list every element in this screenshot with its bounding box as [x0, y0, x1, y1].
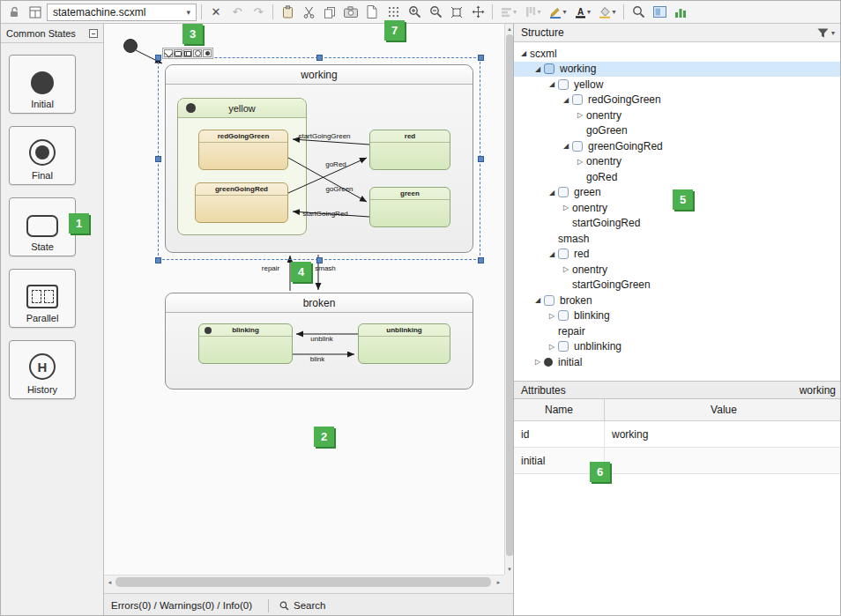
- attribute-name[interactable]: id: [514, 421, 605, 447]
- selection-handle[interactable]: [155, 257, 161, 263]
- add-transition-icon[interactable]: [164, 49, 173, 57]
- attribute-row[interactable]: initial: [514, 448, 841, 474]
- horizontal-scrollbar-thumb[interactable]: [115, 577, 491, 587]
- transition-label-goRed[interactable]: goRed: [325, 160, 346, 168]
- tree-item-onentry[interactable]: ▷onentry: [514, 154, 841, 170]
- collapse-icon[interactable]: ◢: [532, 296, 544, 304]
- tree-item-onentry[interactable]: ▷onentry: [514, 108, 841, 123]
- zoom-in-icon[interactable]: [405, 3, 424, 22]
- tree-item-smash[interactable]: smash: [514, 231, 841, 247]
- expand-icon[interactable]: ▷: [546, 312, 558, 320]
- column-header-name[interactable]: Name: [514, 399, 605, 420]
- vertical-scrollbar[interactable]: ▲ ▼: [504, 24, 513, 575]
- issues-summary[interactable]: Errors(0) / Warnings(0) / Info(0): [111, 600, 252, 611]
- collapse-icon[interactable]: ◢: [517, 49, 530, 57]
- scroll-right-icon[interactable]: ►: [493, 575, 504, 589]
- vertical-scrollbar-thumb[interactable]: [506, 34, 513, 556]
- navigator-panel-icon[interactable]: [650, 3, 669, 22]
- zoom-out-icon[interactable]: [426, 3, 445, 22]
- magnifier-icon[interactable]: [629, 3, 648, 22]
- tree-item-blinking[interactable]: ▷blinking: [514, 308, 841, 324]
- state-redGoingGreen[interactable]: redGoingGreen: [198, 130, 288, 170]
- lock-icon[interactable]: [4, 3, 24, 22]
- collapse-icon[interactable]: ◢: [546, 250, 558, 258]
- palette-item-state[interactable]: State: [9, 197, 76, 256]
- column-header-value[interactable]: Value: [605, 399, 841, 420]
- state-unblinking[interactable]: unblinking: [358, 323, 450, 364]
- tree-item-scxml[interactable]: ◢scxml: [514, 46, 841, 62]
- initial-state-node[interactable]: [123, 39, 138, 53]
- tree-item-redGoingGreen[interactable]: ◢redGoingGreen: [514, 93, 841, 108]
- add-state-icon[interactable]: [174, 49, 182, 57]
- attribute-row[interactable]: idworking: [514, 421, 841, 448]
- file-selector[interactable]: statemachine.scxml ▾: [47, 4, 197, 21]
- tree-item-goRed[interactable]: goRed: [514, 169, 841, 185]
- filter-button[interactable]: ▾: [817, 28, 835, 38]
- tree-item-unblinking[interactable]: ▷unblinking: [514, 339, 841, 355]
- state-green[interactable]: green: [369, 187, 450, 227]
- add-parallel-icon[interactable]: [183, 49, 192, 57]
- copy-button[interactable]: [320, 3, 339, 22]
- state-red[interactable]: red: [369, 130, 450, 170]
- add-initial-icon[interactable]: [203, 49, 212, 57]
- expand-icon[interactable]: ▷: [574, 111, 586, 119]
- palette-item-parallel[interactable]: Parallel: [9, 269, 76, 328]
- tree-item-greenGoingRed[interactable]: ◢greenGoingRed: [514, 138, 841, 154]
- expand-icon[interactable]: ▷: [532, 358, 544, 366]
- align-horizontal-button[interactable]: ▾: [497, 3, 520, 22]
- close-document-button[interactable]: ✕: [206, 3, 226, 22]
- collapse-icon[interactable]: ◢: [560, 142, 572, 150]
- transition-label-goGreen[interactable]: goGreen: [325, 185, 353, 193]
- expand-icon[interactable]: ▷: [546, 343, 558, 351]
- transition-label-repair[interactable]: repair: [262, 264, 279, 272]
- selection-handle[interactable]: [155, 156, 161, 162]
- palette-item-initial[interactable]: Initial: [9, 55, 76, 114]
- palette-item-history[interactable]: H History: [9, 340, 76, 399]
- paste-button[interactable]: [278, 3, 297, 22]
- tree-item-initial[interactable]: ▷initial: [514, 354, 841, 370]
- collapse-icon[interactable]: ◢: [532, 65, 544, 73]
- cut-icon[interactable]: [299, 3, 318, 22]
- fit-to-view-icon[interactable]: [447, 3, 466, 22]
- expand-icon[interactable]: ▷: [574, 158, 586, 166]
- fill-color-button[interactable]: ▾: [596, 3, 619, 22]
- statistics-icon[interactable]: [671, 3, 690, 22]
- attribute-value[interactable]: [605, 448, 841, 473]
- tree-item-red[interactable]: ◢red: [514, 247, 841, 263]
- snap-grid-icon[interactable]: [383, 3, 403, 22]
- tree-item-repair[interactable]: repair: [514, 323, 841, 339]
- redo-button[interactable]: ↷: [249, 3, 268, 22]
- overview-icon[interactable]: [26, 3, 45, 22]
- expand-icon[interactable]: ▷: [560, 204, 572, 212]
- pen-color-button[interactable]: ▾: [547, 3, 569, 22]
- attribute-value[interactable]: working: [605, 421, 841, 447]
- screenshot-camera-icon[interactable]: [341, 3, 361, 22]
- expand-icon[interactable]: ▷: [560, 265, 572, 273]
- selection-handle[interactable]: [478, 156, 484, 162]
- collapse-icon[interactable]: ◢: [546, 80, 558, 88]
- transition-label-blink[interactable]: blink: [310, 355, 324, 363]
- scroll-left-icon[interactable]: ◄: [104, 575, 115, 589]
- font-color-button[interactable]: A▾: [571, 3, 594, 22]
- undo-button[interactable]: ↶: [227, 3, 247, 22]
- selection-handle[interactable]: [316, 257, 323, 263]
- horizontal-scrollbar[interactable]: ◄ ►: [104, 575, 504, 588]
- transition-label-unblink[interactable]: unblink: [310, 335, 332, 343]
- selection-handle[interactable]: [478, 257, 484, 263]
- add-final-icon[interactable]: [193, 49, 202, 57]
- tree-item-yellow[interactable]: ◢yellow: [514, 77, 841, 93]
- collapse-icon[interactable]: ◢: [546, 189, 558, 197]
- tree-item-onentry[interactable]: ▷onentry: [514, 262, 841, 278]
- diagram-canvas[interactable]: working broken yellow redGoingGreen gree…: [104, 24, 504, 575]
- collapse-icon[interactable]: ◢: [560, 96, 572, 104]
- palette-item-final[interactable]: Final: [9, 126, 76, 185]
- transition-label-smash[interactable]: smash: [315, 264, 336, 272]
- tree-item-startGoingGreen[interactable]: startGoingGreen: [514, 278, 841, 293]
- transition-label-startGoingGreen[interactable]: startGoingGreen: [298, 132, 350, 140]
- state-blinking[interactable]: blinking: [198, 323, 293, 364]
- pan-icon[interactable]: [468, 3, 487, 22]
- export-icon[interactable]: [362, 3, 382, 22]
- tree-item-working[interactable]: ◢working: [514, 62, 841, 78]
- align-vertical-button[interactable]: ▾: [522, 3, 545, 22]
- selection-handle[interactable]: [478, 55, 484, 61]
